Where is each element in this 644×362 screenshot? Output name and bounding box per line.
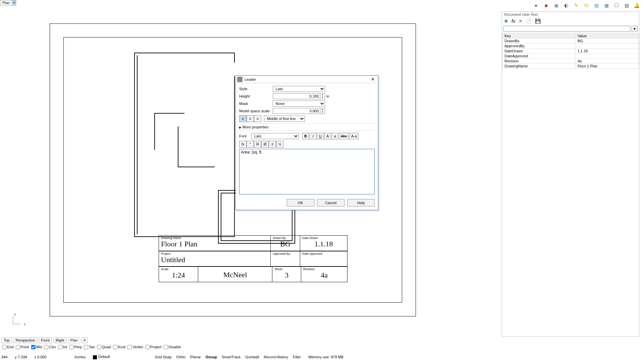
panel-tab-icon-0[interactable]: ● bbox=[533, 3, 539, 8]
view-tab-plan[interactable]: Plan bbox=[68, 337, 80, 343]
layout-canvas[interactable]: Drawing Name Floor 1 Plan Drawn By BG Da… bbox=[0, 5, 446, 337]
table-row[interactable]: ApprovedBy bbox=[502, 44, 639, 49]
view-tab-right[interactable]: Right bbox=[53, 337, 67, 343]
panel-tab-icon-3[interactable]: ◐ bbox=[564, 3, 569, 8]
height-spinner[interactable]: ▲▼ bbox=[320, 93, 325, 99]
status-toggle-record-history[interactable]: Record History bbox=[264, 355, 288, 359]
col-value-header[interactable]: Value bbox=[575, 34, 639, 39]
panel-search-input[interactable] bbox=[503, 26, 630, 32]
case-toggle-button[interactable]: A-a bbox=[350, 133, 359, 139]
osnap-end-checkbox[interactable] bbox=[2, 345, 6, 349]
panel-tab-icon-1[interactable]: ◆ bbox=[543, 3, 549, 8]
font-select[interactable]: Lato bbox=[251, 133, 299, 139]
align-center-button[interactable]: ≡ bbox=[247, 115, 254, 122]
key-cell[interactable]: DateDrawn bbox=[502, 49, 576, 54]
fx-field-button[interactable]: fx bbox=[239, 141, 247, 147]
value-cell[interactable]: Floor 1 Plan bbox=[575, 64, 639, 69]
view-tab-perspective[interactable]: Perspective bbox=[13, 337, 37, 343]
radius-symbol-button[interactable]: R bbox=[254, 141, 261, 147]
status-toggle-filter[interactable]: Filter bbox=[293, 355, 301, 359]
panel-tab-icon-6[interactable]: ▤ bbox=[594, 3, 599, 8]
viewport-menu-dropdown[interactable] bbox=[12, 0, 16, 5]
osnap-cen[interactable]: Cen bbox=[44, 345, 56, 349]
lowercase-button[interactable]: a bbox=[332, 133, 338, 139]
degree-symbol-button[interactable]: ° bbox=[247, 141, 254, 147]
key-cell[interactable]: DrawingName bbox=[502, 64, 576, 69]
panel-tab-icon-9[interactable]: ▧ bbox=[624, 3, 629, 8]
cancel-button[interactable]: Cancel bbox=[317, 199, 344, 206]
fraction-symbol-button[interactable]: ½ bbox=[276, 141, 283, 147]
osnap-project-checkbox[interactable] bbox=[145, 345, 150, 349]
view-tab-top[interactable]: Top bbox=[1, 337, 12, 343]
value-cell[interactable]: BG bbox=[575, 39, 639, 44]
osnap-mid-checkbox[interactable] bbox=[31, 345, 36, 349]
height-input[interactable] bbox=[273, 93, 320, 99]
osnap-end[interactable]: End bbox=[2, 345, 14, 349]
value-cell[interactable]: 4a bbox=[575, 59, 639, 64]
viewport-tab[interactable]: Plan bbox=[0, 0, 16, 5]
fx-icon[interactable]: fx bbox=[512, 18, 515, 24]
table-row[interactable]: Revision4a bbox=[502, 59, 639, 64]
status-toggle-osnap[interactable]: Osnap bbox=[206, 355, 217, 359]
col-key-header[interactable]: Key bbox=[502, 34, 576, 39]
dialog-titlebar[interactable]: Leader ✕ bbox=[236, 76, 378, 83]
ok-button[interactable]: OK bbox=[287, 199, 314, 206]
export-icon[interactable]: 💾 bbox=[535, 18, 541, 24]
osnap-perp[interactable]: Perp bbox=[69, 345, 82, 349]
value-cell[interactable]: 1.1.18 bbox=[575, 49, 639, 54]
close-icon[interactable]: ✕ bbox=[369, 77, 377, 82]
table-row[interactable]: DrawnByBG bbox=[502, 39, 639, 44]
osnap-project[interactable]: Project bbox=[145, 345, 162, 349]
panel-tab-icon-5[interactable]: 🗀 bbox=[584, 3, 589, 8]
osnap-knot[interactable]: Knot bbox=[113, 345, 126, 349]
status-toggle-gumball[interactable]: Gumball bbox=[245, 355, 259, 359]
key-cell[interactable]: ApprovedBy bbox=[502, 44, 576, 49]
osnap-vertex-checkbox[interactable] bbox=[127, 345, 132, 349]
delete-key-icon[interactable]: ✕ bbox=[519, 18, 523, 24]
panel-tab-icon-8[interactable]: 🖵 bbox=[614, 3, 619, 8]
add-view-tab-button[interactable]: ✚ bbox=[82, 337, 88, 343]
table-row[interactable]: DateApproved bbox=[502, 54, 639, 59]
diameter-symbol-button[interactable]: Ø bbox=[261, 141, 269, 147]
uppercase-button[interactable]: A bbox=[324, 133, 331, 139]
leader-text-input[interactable]: Area: |sq. ft. bbox=[239, 149, 375, 194]
value-cell[interactable] bbox=[575, 44, 639, 49]
align-right-button[interactable]: ≡ bbox=[254, 115, 261, 122]
key-cell[interactable]: DrawnBy bbox=[502, 39, 576, 44]
status-toggle-ortho[interactable]: Ortho bbox=[176, 355, 185, 359]
help-button[interactable]: Help bbox=[347, 199, 375, 206]
table-row[interactable]: DrawingNameFloor 1 Plan bbox=[502, 64, 639, 69]
status-units[interactable]: Inches bbox=[75, 355, 86, 359]
table-row[interactable]: DateDrawn1.1.18 bbox=[502, 49, 639, 54]
panel-tab-icon-7[interactable]: ▦ bbox=[604, 3, 609, 8]
osnap-disable[interactable]: Disable bbox=[164, 345, 181, 349]
osnap-tan[interactable]: Tan bbox=[84, 345, 95, 349]
panel-tab-icon-10[interactable]: 🔔 bbox=[634, 3, 639, 8]
osnap-tan-checkbox[interactable] bbox=[84, 345, 88, 349]
bold-button[interactable]: B bbox=[302, 133, 309, 139]
scale-spinner[interactable]: ▲▼ bbox=[320, 108, 325, 114]
osnap-point[interactable]: Point bbox=[16, 345, 29, 349]
add-key-icon[interactable]: ✚ bbox=[504, 18, 508, 24]
key-cell[interactable]: Revision bbox=[502, 59, 576, 64]
osnap-point-checkbox[interactable] bbox=[16, 345, 20, 349]
vertical-align-select[interactable]: Middle of first line bbox=[264, 116, 305, 122]
osnap-int[interactable]: Int bbox=[58, 345, 67, 349]
osnap-vertex[interactable]: Vertex bbox=[127, 345, 143, 349]
panel-tab-icon-2[interactable]: ▣ bbox=[553, 3, 559, 8]
status-toggle-smarttrack[interactable]: SmartTrack bbox=[222, 355, 240, 359]
filter-icon[interactable]: ▼ bbox=[632, 26, 638, 32]
status-toggle-planar[interactable]: Planar bbox=[190, 355, 201, 359]
osnap-perp-checkbox[interactable] bbox=[69, 345, 73, 349]
align-left-button[interactable]: ≡ bbox=[239, 115, 247, 122]
mask-select[interactable]: None bbox=[273, 101, 325, 107]
osnap-quad-checkbox[interactable] bbox=[97, 345, 101, 349]
view-tab-front[interactable]: Front bbox=[39, 337, 52, 343]
key-cell[interactable]: DateApproved bbox=[502, 54, 576, 59]
italic-button[interactable]: I bbox=[310, 133, 316, 139]
osnap-cen-checkbox[interactable] bbox=[44, 345, 48, 349]
osnap-int-checkbox[interactable] bbox=[58, 345, 62, 349]
style-select[interactable]: Lato bbox=[273, 86, 325, 92]
strikethrough-button[interactable]: Abc bbox=[339, 133, 349, 139]
status-toggle-grid-snap[interactable]: Grid Snap bbox=[155, 355, 172, 359]
